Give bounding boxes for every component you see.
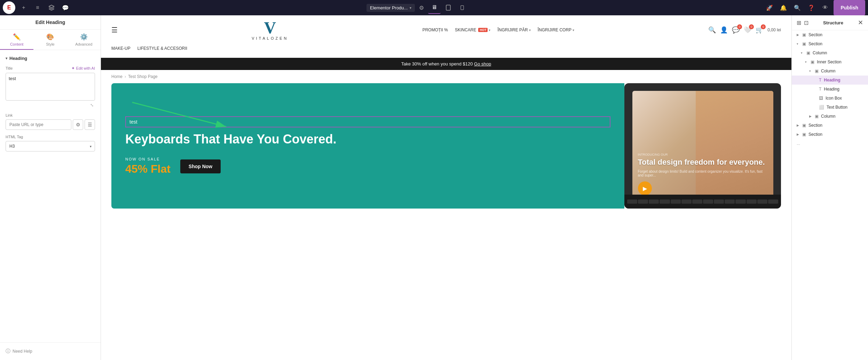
hamburger-icon[interactable]: ☰ [111,26,118,34]
title-textarea[interactable]: test [6,73,95,101]
add-element-btn[interactable]: + [18,2,29,13]
chat-nav-icon[interactable]: 💬 0 [732,26,740,34]
panel-content: ▾ Heading Title ✦ Edit with AI test ⤡ L [0,50,101,342]
device-selector: 🖥 [428,1,468,14]
breadcrumb: Home › Test Shop Page [101,70,791,83]
logo-letter: V [264,19,276,36]
tree-item-section3[interactable]: ▶ ▣ Section [792,121,868,130]
topbar-right: 🚀 🔔 🔍 ❓ 👁 Publish [764,0,865,15]
key [768,199,778,204]
layers-btn[interactable] [46,2,57,13]
tablet-play-btn[interactable]: ▶ [638,181,652,195]
mobile-view-btn[interactable] [456,1,468,14]
nav-item-corp[interactable]: ÎNGRIJIRE CORP ▾ [538,28,574,32]
tree-item-section4[interactable]: ▶ ▣ Section [792,130,868,139]
wishlist-icon[interactable]: 🤍 0 [744,26,751,34]
topbar: E + ≡ 💬 Elementor Produ... ▾ ⚙ 🖥 [0,0,868,15]
search-nav-icon[interactable]: 🔍 [708,26,716,34]
nav-item-lifestyle[interactable]: LIFESTYLE & ACCESORII [137,46,187,51]
close-panel-btn[interactable]: ✕ [858,19,863,26]
site-header: ☰ V VITALOZEN PROMOȚII % SKINCARE HOT ▾ [101,15,791,58]
html-tag-field-row: HTML Tag H3 H1 H2 H4 H5 H6 div span p ▾ [6,135,95,151]
nav-item-promotii[interactable]: PROMOȚII % [423,28,448,32]
chat-badge: 0 [737,24,742,29]
panel-title: Edit Heading [35,19,65,25]
expand-icon: ▶ [797,124,801,127]
panel-expand-icon[interactable]: ⊞ [797,19,801,26]
tree-item-section2[interactable]: ▾ ▣ Section [792,39,868,48]
hero-cta-button[interactable]: Shop Now [180,159,221,173]
link-settings-btn[interactable]: ⚙ [73,119,83,130]
tree-item-heading2[interactable]: ▶ T Heading [792,85,868,94]
canvas-area[interactable]: ☰ V VITALOZEN PROMOȚII % SKINCARE HOT ▾ [101,15,791,360]
site-settings-icon[interactable]: ⚙ [419,5,424,11]
account-icon[interactable]: 👤 [720,26,728,34]
key [627,199,637,204]
cart-badge: 0 [761,24,766,29]
panel-collapse-icon[interactable]: ⊡ [804,19,808,26]
section-icon: ▣ [802,123,806,128]
desktop-view-btn[interactable]: 🖥 [428,1,441,14]
column-icon: ▣ [806,50,810,55]
ai-edit-button[interactable]: ✦ Edit with AI [71,66,95,71]
more-items-btn[interactable]: ... [792,139,868,148]
breadcrumb-current: Test Shop Page [128,74,158,79]
right-panel: ⊞ ⊡ Structure ✕ ▶ ▣ Section ▾ ▣ Section … [791,15,868,360]
main-layout: Edit Heading ✏️ Content 🎨 Style ⚙️ Advan… [0,15,868,360]
tab-style[interactable]: 🎨 Style [33,30,67,50]
publish-button[interactable]: Publish [834,0,865,15]
tree-item-column2[interactable]: ▾ ▣ Column [792,66,868,76]
hero-section: test Keyboards That Have You Covered. NO… [111,83,781,209]
tree-item-heading1[interactable]: ▶ T Heading [792,76,868,85]
style-tab-icon: 🎨 [46,33,54,41]
tablet-view-btn[interactable] [442,1,455,14]
collapse-arrow-icon[interactable]: ▾ [6,56,7,60]
site-nav-bottom: MAKE-UP LIFESTYLE & ACCESORII [111,43,781,54]
help-circle-icon: ⓘ [6,348,10,354]
elementor-logo[interactable]: E [3,1,15,14]
tab-advanced[interactable]: ⚙️ Advanced [67,30,101,50]
rocket-icon[interactable]: 🚀 [764,2,775,13]
link-input[interactable] [6,119,71,130]
tab-content[interactable]: ✏️ Content [0,30,33,50]
hot-badge: HOT [478,28,488,32]
tree-item-column3[interactable]: ▶ ▣ Column [792,112,868,121]
chat-btn[interactable]: 💬 [60,2,71,13]
cart-icon[interactable]: 🛒 0 [756,26,763,34]
preview-icon[interactable]: 👁 [820,2,831,13]
structure-list: ▶ ▣ Section ▾ ▣ Section ▾ ▣ Column ▾ ▣ I… [792,30,868,360]
tree-item-text-button[interactable]: ▶ ⬜ Text Button [792,103,868,112]
key [703,199,713,204]
help-icon[interactable]: ❓ [806,2,817,13]
tree-item-column1[interactable]: ▾ ▣ Column [792,48,868,57]
right-panel-title: Structure [823,20,843,25]
site-logo[interactable]: V VITALOZEN [252,19,288,40]
nav-item-par[interactable]: ÎNGRIJIRE PĂR ▾ [497,28,530,32]
nav-item-makeup[interactable]: MAKE-UP [111,46,131,51]
hero-selected-heading[interactable]: test [125,116,610,127]
search-topbar-icon[interactable]: 🔍 [792,2,803,13]
tree-item-icon-box[interactable]: ▶ 🖼 Icon Box [792,94,868,103]
right-panel-header: ⊞ ⊡ Structure ✕ [792,15,868,30]
tree-item-section1[interactable]: ▶ ▣ Section [792,30,868,39]
tablet-screen: INTRODUCING OUR Total design freedom for… [632,91,773,201]
link-remove-btn[interactable]: ☰ [85,119,95,130]
site-name-selector[interactable]: Elementor Produ... ▾ [366,4,415,12]
site-nav: PROMOȚII % SKINCARE HOT ▾ ÎNGRIJIRE PĂR … [423,28,574,32]
nav-item-skincare[interactable]: SKINCARE HOT ▾ [455,28,490,32]
section-icon: ▣ [802,41,806,46]
promo-link[interactable]: Go shop [474,61,491,66]
panel-tabs: ✏️ Content 🎨 Style ⚙️ Advanced [0,30,101,50]
key [681,199,692,204]
chevron-down-icon: ▾ [410,6,411,10]
settings-btn[interactable]: ≡ [32,2,43,13]
topbar-center: Elementor Produ... ▾ ⚙ 🖥 [71,1,764,14]
key [671,199,681,204]
notification-icon[interactable]: 🔔 [778,2,789,13]
text-button-icon: ⬜ [819,105,824,110]
tree-item-inner-section[interactable]: ▾ ▣ Inner Section [792,57,868,66]
html-tag-select[interactable]: H3 H1 H2 H4 H5 H6 div span p [6,141,95,151]
need-help-link[interactable]: ⓘ Need Help [0,342,101,360]
panel-header: Edit Heading [0,15,101,30]
breadcrumb-home[interactable]: Home [111,74,123,79]
